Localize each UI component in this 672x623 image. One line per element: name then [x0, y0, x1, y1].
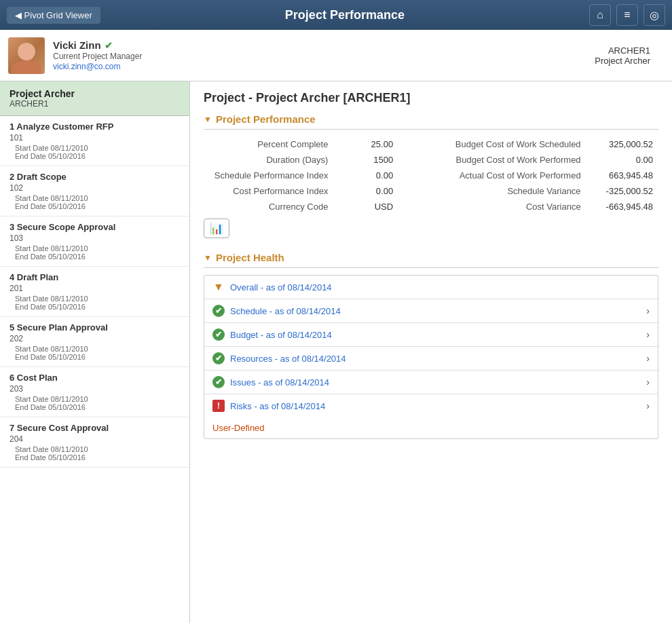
sidebar-item-title: 6 Cost Plan [10, 373, 180, 383]
sidebar-item-end: End Date 05/10/2016 [10, 453, 180, 461]
health-item-0[interactable]: ▼ Overall - as of 08/14/2014 [204, 276, 658, 299]
health-item-5[interactable]: ! Risks - as of 08/14/2014 › [204, 394, 658, 417]
sidebar-item-end: End Date 05/10/2016 [10, 303, 180, 311]
sidebar: Project Archer ARCHER1 1 Analyze Custome… [0, 81, 190, 623]
sidebar-item-title: 7 Secure Cost Approval [10, 423, 180, 433]
sidebar-item-6[interactable]: 6 Cost Plan 203 Start Date 08/11/2010 En… [0, 367, 189, 417]
sidebar-item-title: 4 Draft Plan [10, 272, 180, 282]
performance-section-title: Project Performance [216, 113, 316, 125]
sidebar-item-4[interactable]: 4 Draft Plan 201 Start Date 08/11/2010 E… [0, 267, 189, 317]
perf-left-value: 25.00 [333, 136, 398, 152]
sidebar-item-1[interactable]: 1 Analyze Customer RFP 101 Start Date 08… [0, 116, 189, 166]
health-status-icon: ! [212, 400, 225, 412]
health-list: ▼ Overall - as of 08/14/2014 ✔ Schedule … [204, 275, 658, 439]
perf-left-label: Schedule Performance Index [204, 168, 333, 183]
perf-right-label: Budget Cost of Work Performed [428, 152, 586, 168]
sidebar-project-name: Project Archer [10, 88, 180, 99]
sidebar-item-start: Start Date 08/11/2010 [10, 395, 180, 403]
health-item-label: Schedule - as of 08/14/2014 [230, 306, 646, 316]
perf-left-value: 1500 [333, 152, 398, 168]
sidebar-item-id: 103 [10, 233, 180, 243]
perf-right-value: 325,000.52 [586, 136, 658, 152]
performance-arrow-icon: ▼ [204, 115, 212, 124]
sidebar-item-5[interactable]: 5 Secure Plan Approval 202 Start Date 08… [0, 317, 189, 367]
sidebar-item-start: Start Date 08/11/2010 [10, 244, 180, 252]
sidebar-item-id: 201 [10, 284, 180, 293]
health-arrow-icon: ▼ [204, 253, 212, 263]
perf-left-value: 0.00 [333, 183, 398, 199]
user-defined-label: User-Defined [204, 417, 658, 438]
sidebar-item-end: End Date 05/10/2016 [10, 152, 180, 160]
sidebar-item-end: End Date 05/10/2016 [10, 403, 180, 411]
health-item-label: Risks - as of 08/14/2014 [230, 401, 646, 411]
sidebar-item-title: 2 Draft Scope [10, 172, 180, 182]
menu-button[interactable]: ≡ [616, 4, 638, 26]
sidebar-item-end: End Date 05/10/2016 [10, 252, 180, 261]
health-item-4[interactable]: ✔ Issues - as of 08/14/2014 › [204, 371, 658, 394]
top-header: ◀ Pivot Grid Viewer Project Performance … [0, 0, 672, 30]
health-status-icon: ▼ [212, 281, 225, 293]
health-item-1[interactable]: ✔ Schedule - as of 08/14/2014 › [204, 299, 658, 323]
health-status-icon: ✔ [212, 305, 225, 317]
sidebar-item-id: 203 [10, 384, 180, 394]
performance-section: ▼ Project Performance Percent Complete 2… [204, 113, 658, 238]
perf-right-label: Budget Cost of Work Scheduled [428, 136, 586, 152]
perf-right-label: Actual Cost of Work Performed [428, 168, 586, 183]
health-section: ▼ Project Health ▼ Overall - as of 08/14… [204, 252, 658, 439]
sidebar-item-title: 5 Secure Plan Approval [10, 322, 180, 333]
user-email[interactable]: vicki.zinn@co.com [53, 62, 586, 71]
sidebar-item-id: 204 [10, 434, 180, 444]
sidebar-item-id: 202 [10, 334, 180, 343]
chevron-right-icon: › [646, 329, 650, 340]
perf-table-row: Schedule Performance Index 0.00 Actual C… [204, 168, 658, 183]
sidebar-items-list: 1 Analyze Customer RFP 101 Start Date 08… [0, 116, 189, 468]
sidebar-item-start: Start Date 08/11/2010 [10, 194, 180, 202]
user-button[interactable]: ◎ [643, 4, 665, 26]
page-title: Project - Project Archer [ARCHER1] [204, 91, 658, 105]
health-section-header: ▼ Project Health [204, 252, 658, 268]
chart-button[interactable]: 📊 [204, 219, 229, 238]
health-item-2[interactable]: ✔ Budget - as of 08/14/2014 › [204, 323, 658, 347]
performance-table: Percent Complete 25.00 Budget Cost of Wo… [204, 136, 658, 214]
health-status-icon: ✔ [212, 376, 225, 388]
health-status-icon: ✔ [212, 328, 225, 341]
sidebar-item-title: 3 Secure Scope Approval [10, 222, 180, 232]
sidebar-item-id: 101 [10, 133, 180, 143]
perf-left-label: Duration (Days) [204, 152, 333, 168]
health-status-icon: ✔ [212, 352, 225, 364]
user-role: Current Project Manager [53, 52, 586, 61]
sidebar-item-3[interactable]: 3 Secure Scope Approval 103 Start Date 0… [0, 216, 189, 267]
perf-left-value: 0.00 [333, 168, 398, 183]
chevron-right-icon: › [646, 353, 650, 364]
sidebar-project-header: Project Archer ARCHER1 [0, 81, 189, 116]
avatar [8, 37, 45, 74]
perf-table-row: Duration (Days) 1500 Budget Cost of Work… [204, 152, 658, 168]
sidebar-item-id: 102 [10, 183, 180, 193]
user-name-text: Vicki Zinn [53, 39, 101, 51]
user-bar: Vicki Zinn ✔ Current Project Manager vic… [0, 30, 672, 81]
health-item-label: Resources - as of 08/14/2014 [230, 354, 646, 364]
sidebar-item-start: Start Date 08/11/2010 [10, 295, 180, 303]
header-icons: ⌂ ≡ ◎ [589, 4, 665, 26]
back-button[interactable]: ◀ Pivot Grid Viewer [7, 7, 100, 24]
sidebar-item-end: End Date 05/10/2016 [10, 202, 180, 210]
chevron-right-icon: › [646, 305, 650, 316]
sidebar-item-7[interactable]: 7 Secure Cost Approval 204 Start Date 08… [0, 417, 189, 468]
sidebar-item-start: Start Date 08/11/2010 [10, 345, 180, 353]
perf-right-label: Cost Variance [428, 199, 586, 214]
health-item-3[interactable]: ✔ Resources - as of 08/14/2014 › [204, 347, 658, 371]
performance-section-header: ▼ Project Performance [204, 113, 658, 130]
perf-table-row: Percent Complete 25.00 Budget Cost of Wo… [204, 136, 658, 152]
main-layout: Project Archer ARCHER1 1 Analyze Custome… [0, 81, 672, 623]
chevron-right-icon: › [646, 400, 650, 411]
sidebar-item-title: 1 Analyze Customer RFP [10, 121, 180, 132]
perf-right-value: 663,945.48 [586, 168, 658, 183]
health-section-title: Project Health [216, 252, 284, 263]
sidebar-item-start: Start Date 08/11/2010 [10, 445, 180, 453]
project-code: ARCHER1 [595, 45, 650, 56]
perf-left-label: Percent Complete [204, 136, 333, 152]
user-name-container: Vicki Zinn ✔ [53, 39, 586, 51]
home-button[interactable]: ⌂ [589, 4, 611, 26]
sidebar-item-2[interactable]: 2 Draft Scope 102 Start Date 08/11/2010 … [0, 166, 189, 216]
project-name: Project Archer [595, 56, 650, 66]
